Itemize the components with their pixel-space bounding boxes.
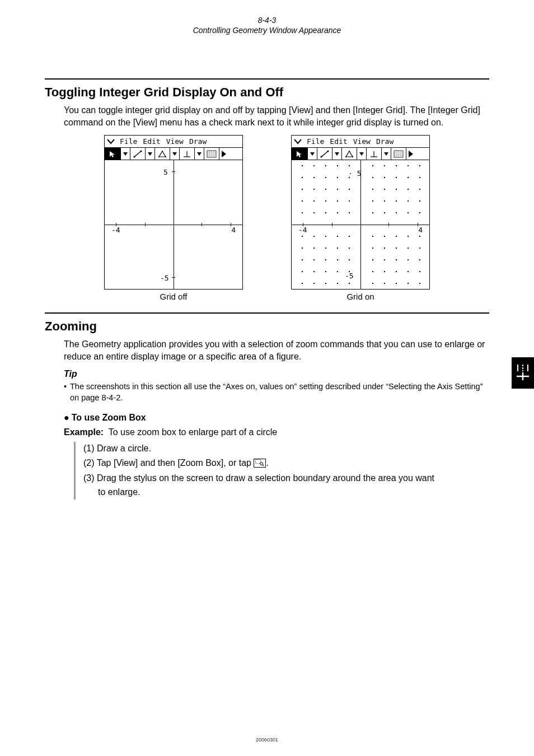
svg-marker-12 [197,152,202,156]
tool-grid-icon[interactable] [204,148,219,160]
tool-perp-icon[interactable] [180,148,195,160]
axis-label-5: 5 [163,168,168,176]
svg-marker-30 [359,152,364,156]
svg-line-22 [321,151,328,157]
svg-line-44 [263,465,264,466]
tool-line-icon[interactable] [317,148,332,160]
menu-view[interactable]: View [350,137,373,146]
toolbar-more-icon[interactable] [406,148,415,160]
menu-draw[interactable]: Draw [186,137,209,146]
svg-marker-33 [384,152,388,156]
svg-point-23 [321,156,322,158]
tool-grid-icon[interactable] [391,148,406,160]
svg-point-28 [352,156,353,157]
svg-point-27 [349,151,350,152]
tool-pointer-icon[interactable] [292,148,308,160]
svg-marker-41 [409,151,413,157]
axis-label-4: 4 [231,226,236,234]
plot-canvas-off: 5 -5 -4 4 [105,160,242,289]
tool-pointer-icon[interactable] [105,148,121,160]
step-3: (3) Drag the stylus on the screen to dra… [83,472,489,500]
menu-v-icon[interactable] [292,139,304,144]
example-line: Example: To use zoom box to enlarge part… [64,427,489,437]
svg-point-29 [345,156,346,157]
svg-marker-5 [159,151,166,157]
menu-file[interactable]: File [117,137,140,146]
section2-paragraph: The Geometry application provides you wi… [64,338,489,362]
tool-line-icon[interactable] [130,148,146,160]
tool-triangle-dropdown-icon[interactable] [170,148,180,160]
screenshot-grid-on: File Edit View Draw [291,135,430,290]
svg-line-1 [134,151,141,157]
menu-file[interactable]: File [304,137,327,146]
menu-edit[interactable]: Edit [140,137,163,146]
tool-pointer-dropdown-icon[interactable] [121,148,130,160]
subhead-zoombox: ●To use Zoom Box [64,413,489,423]
svg-point-6 [162,151,163,152]
svg-marker-25 [335,152,339,156]
svg-marker-20 [222,151,226,157]
tool-line-dropdown-icon[interactable] [146,148,155,160]
x-axis [105,225,242,225]
tool-pointer-dropdown-icon[interactable] [308,148,317,160]
divider [45,312,489,314]
screenshot-grid-off: File Edit View Draw [104,135,243,290]
svg-point-7 [165,156,166,157]
menubar: File Edit View Draw [105,136,242,148]
svg-marker-4 [148,152,152,156]
tip-heading: Tip [64,369,489,379]
step-2: (2) Tap [View] and then [Zoom Box], or t… [83,456,489,470]
tool-perp-dropdown-icon[interactable] [382,148,391,160]
svg-rect-42 [256,460,261,464]
tool-perp-dropdown-icon[interactable] [195,148,204,160]
svg-marker-9 [172,152,177,156]
header-page-ref: 8-4-3 [45,16,489,25]
svg-marker-0 [123,152,128,156]
footer-code: 20060301 [0,737,534,743]
divider [45,78,489,80]
header-page-title: Controlling Geometry Window Appearance [45,26,489,35]
axis-label-neg5: -5 [160,274,169,282]
section-heading-zoom: Zooming [45,319,489,334]
svg-marker-26 [346,151,353,157]
menubar: File Edit View Draw [292,136,429,148]
tool-triangle-icon[interactable] [342,148,357,160]
plot-canvas-on: · 5 -5 -4 4 [292,160,429,289]
svg-marker-21 [310,152,315,156]
toolbar-more-icon[interactable] [219,148,228,160]
toolbar [105,148,242,160]
tool-perp-icon[interactable] [367,148,382,160]
axis-label-neg4: -4 [111,226,120,234]
menu-edit[interactable]: Edit [327,137,350,146]
section1-paragraph: You can toggle integer grid display on a… [64,104,489,128]
svg-point-8 [158,156,160,157]
tool-triangle-icon[interactable] [155,148,170,160]
thumb-tab-icon [512,357,534,389]
svg-point-24 [327,151,329,152]
menu-v-icon[interactable] [105,139,117,144]
tool-triangle-dropdown-icon[interactable] [357,148,367,160]
menu-view[interactable]: View [163,137,186,146]
svg-point-3 [140,151,142,152]
caption-grid-off: Grid off [160,292,188,301]
tip-item: The screenshots in this section all use … [64,381,489,403]
toolbar [292,148,429,160]
step-1: (1) Draw a circle. [83,442,489,456]
section-heading-grid: Toggling Integer Grid Display On and Off [45,85,489,100]
integer-grid-dots [292,160,429,289]
svg-point-43 [260,463,263,465]
steps-list: (1) Draw a circle. (2) Tap [View] and th… [74,442,489,500]
zoombox-icon [254,459,266,468]
caption-grid-on: Grid on [346,292,374,301]
tool-line-dropdown-icon[interactable] [332,148,342,160]
menu-draw[interactable]: Draw [373,137,396,146]
svg-point-2 [134,156,135,158]
